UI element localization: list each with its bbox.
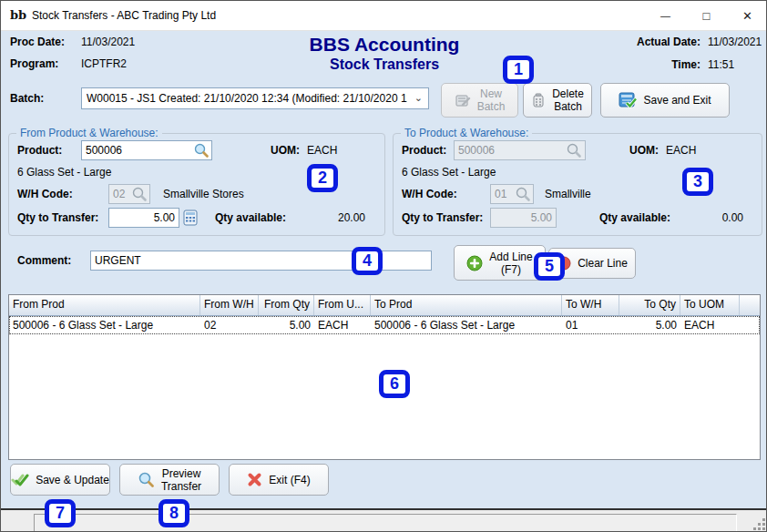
proc-date-value: 11/03/2021 [81,36,135,48]
callout-badge-3: 3 [682,168,713,196]
table-cell: 500006 - 6 Glass Set - Large [9,316,200,334]
table-row[interactable]: 500006 - 6 Glass Set - Large025.00EACH50… [9,316,760,334]
grid-column-header[interactable]: From Prod [9,295,200,315]
grid-column-header[interactable]: From U... [314,295,371,315]
grid-column-header-filler [740,295,760,315]
grid-column-header[interactable]: To W/H [562,295,619,315]
from-qty-input[interactable] [108,208,179,228]
to-uom-value: EACH [666,144,696,157]
save-and-exit-icon [619,91,637,109]
clear-line-label: Clear Line [578,257,628,270]
to-group-title: To Product & Warehouse: [401,127,532,139]
time-value: 11:51 [708,58,734,71]
from-qty-calculator-icon[interactable] [182,210,199,226]
title-bar: bb Stock Transfers - ABC Trading Pty Ltd… [1,1,766,31]
new-batch-button: NewBatch [441,83,518,118]
to-product-search-icon [566,142,582,159]
exit-button[interactable]: Exit (F4) [229,464,329,496]
table-cell: EACH [314,316,371,334]
delete-batch-label-line1: Delete [552,87,584,100]
save-update-button[interactable]: Save & Update [10,464,110,496]
batch-combobox[interactable]: W00015 - JS1 Created: 21/10/2020 12:34 (… [81,87,429,109]
from-uom-value: EACH [307,144,337,157]
to-qty-label: Qty to Transfer: [402,211,483,224]
to-qty-available-label: Qty available: [599,211,670,224]
delete-batch-button[interactable]: DeleteBatch [523,83,592,118]
window-title: Stock Transfers - ABC Trading Pty Ltd [32,9,216,22]
from-uom-label: UOM: [271,144,300,157]
to-uom-label: UOM: [629,144,659,157]
save-and-exit-button[interactable]: Save and Exit [600,83,730,118]
save-update-label: Save & Update [36,474,109,486]
table-cell: 500006 - 6 Glass Set - Large [371,316,562,334]
preview-label-line2: Transfer [161,480,201,493]
proc-date-label: Proc Date: [10,36,65,48]
resize-grip-icon[interactable] [753,518,765,530]
to-wh-name: Smallville [545,188,591,200]
status-panel [34,514,737,532]
maximize-button[interactable]: □ [686,1,727,30]
from-qty-label: Qty to Transfer: [17,211,98,224]
from-wh-search-icon [131,186,148,202]
add-line-label-line2: (F7) [501,263,521,276]
from-group-title: From Product & Warehouse: [16,127,162,139]
callout-badge-4: 4 [352,247,383,275]
to-product-description: 6 Glass Set - Large [402,166,496,179]
grid-column-header[interactable]: To Qty [619,295,680,315]
to-wh-search-icon [515,186,531,202]
batch-label: Batch: [10,92,44,105]
grid-column-header[interactable]: To UOM [680,295,740,315]
delete-batch-icon [531,92,546,108]
grid-column-header[interactable]: From Qty [259,295,314,315]
save-update-icon [11,473,29,487]
comment-label: Comment: [17,254,71,267]
minimize-button[interactable]: — [645,1,686,30]
callout-badge-7: 7 [45,499,76,527]
preview-icon [138,471,155,488]
new-batch-label-line2: Batch [477,100,506,113]
actual-date-label: Actual Date: [555,36,701,48]
delete-batch-label-line2: Batch [554,100,582,113]
from-wh-code-label: W/H Code: [17,188,73,200]
add-line-button[interactable]: Add Line(F7) [454,245,546,281]
app-logo-icon: bb [10,7,26,24]
actual-date-value: 11/03/2021 [708,36,762,48]
add-line-label-line1: Add Line [489,251,532,263]
close-icon: ✕ [742,9,752,23]
preview-label-line1: Preview [162,467,201,480]
callout-badge-8: 8 [159,499,189,527]
program-value: ICPTFR2 [81,57,127,70]
table-cell: 01 [562,316,619,334]
callout-badge-2: 2 [307,164,338,192]
new-batch-icon [455,92,471,108]
chevron-down-icon: ⌄ [414,92,423,104]
program-label: Program: [10,57,58,70]
table-cell: EACH [680,316,740,334]
from-wh-name: Smallville Stores [163,188,244,200]
from-qty-available-value: 20.00 [302,211,365,224]
grid-header-row: From ProdFrom W/HFrom QtyFrom U...To Pro… [9,295,760,316]
callout-badge-5: 5 [534,252,565,281]
minimize-icon: — [660,10,670,21]
from-product-search-icon[interactable] [193,142,210,159]
exit-icon [247,472,262,487]
close-button[interactable]: ✕ [727,1,767,30]
to-qty-input [490,208,557,228]
callout-badge-1: 1 [503,56,534,84]
time-label: Time: [555,58,701,71]
to-wh-code-label: W/H Code: [402,188,457,200]
status-bar [1,508,767,532]
add-icon [466,255,483,271]
to-qty-available-value: 0.00 [680,211,743,224]
exit-label: Exit (F4) [269,474,310,486]
preview-transfer-button[interactable]: PreviewTransfer [119,464,220,496]
grid-column-header[interactable]: From W/H [200,295,259,315]
from-qty-available-label: Qty available: [215,211,286,224]
app-window: bb Stock Transfers - ABC Trading Pty Ltd… [0,0,767,532]
grid-column-header[interactable]: To Prod [371,295,562,315]
batch-combobox-value: W00015 - JS1 Created: 21/10/2020 12:34 (… [87,92,407,105]
to-product-label: Product: [402,144,446,157]
from-product-label: Product: [17,144,62,157]
callout-badge-6: 6 [379,370,410,398]
grid-body: 500006 - 6 Glass Set - Large025.00EACH50… [9,316,760,334]
